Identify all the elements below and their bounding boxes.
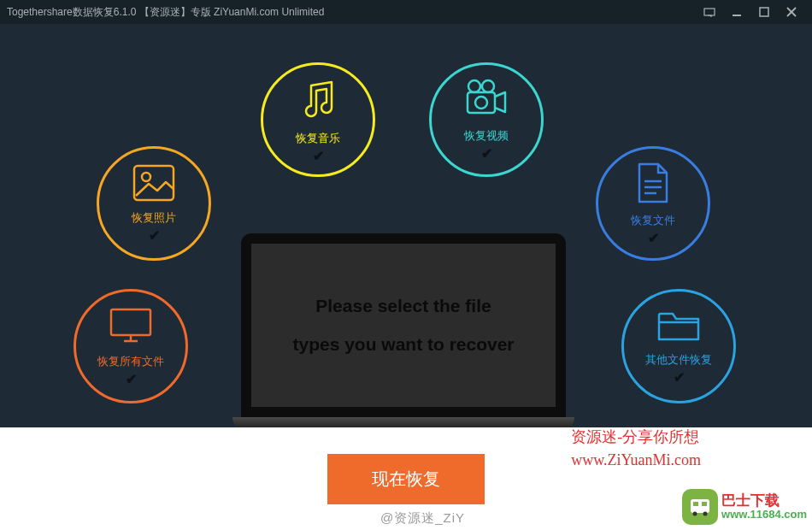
- option-video[interactable]: 恢复视频 ✔: [429, 62, 544, 177]
- bus-icon: [682, 489, 718, 525]
- svg-rect-19: [693, 502, 698, 506]
- option-label: 恢复视频: [464, 128, 509, 144]
- svg-rect-2: [760, 8, 768, 16]
- prompt-line2: types you want to recover: [292, 326, 514, 363]
- badge-text: 巴士下载 www.11684.com: [721, 493, 807, 521]
- video-camera-icon: [462, 78, 510, 124]
- svg-rect-7: [468, 92, 495, 113]
- check-icon: ✔: [674, 369, 685, 386]
- check-icon: ✔: [126, 371, 137, 387]
- option-document[interactable]: 恢复文件 ✔: [596, 146, 710, 261]
- check-icon: ✔: [481, 145, 492, 162]
- folder-icon: [656, 307, 702, 348]
- svg-point-5: [468, 80, 480, 92]
- promo-text: 资源迷-分享你所想 www.ZiYuanMi.com: [571, 426, 701, 472]
- option-label: 恢复音乐: [296, 131, 340, 146]
- option-photo[interactable]: 恢复照片 ✔: [97, 146, 211, 261]
- music-note-icon: [294, 75, 342, 127]
- titlebar: Togethershare数据恢复6.1.0 【资源迷】专版 ZiYuanMi.…: [0, 0, 812, 24]
- option-label: 其他文件恢复: [645, 352, 712, 368]
- option-label: 恢复所有文件: [97, 354, 164, 369]
- promo-line2: www.ZiYuanMi.com: [571, 449, 701, 472]
- document-icon: [634, 161, 672, 209]
- svg-point-22: [703, 512, 708, 516]
- laptop-illustration: Please select the file types you want to…: [232, 233, 574, 456]
- picture-icon: [132, 163, 176, 206]
- bottom-bar: 现在恢复 资源迷-分享你所想 www.ZiYuanMi.com @资源迷_ZiY…: [0, 427, 812, 530]
- check-icon: ✔: [648, 230, 659, 246]
- option-other[interactable]: 其他文件恢复 ✔: [621, 289, 736, 403]
- svg-rect-20: [702, 502, 707, 506]
- check-icon: ✔: [313, 148, 324, 164]
- svg-point-10: [142, 173, 150, 181]
- recover-button[interactable]: 现在恢复: [327, 454, 485, 504]
- promo-line1: 资源迷-分享你所想: [571, 426, 701, 449]
- prompt-line1: Please select the file: [315, 287, 491, 325]
- svg-rect-0: [704, 9, 715, 15]
- badge-name: 巴士下载: [721, 493, 807, 509]
- option-all-files[interactable]: 恢复所有文件 ✔: [74, 289, 188, 403]
- svg-point-8: [475, 97, 487, 109]
- maximize-icon[interactable]: [750, 0, 778, 24]
- site-badge: 巴士下载 www.11684.com: [682, 489, 807, 525]
- minimize-icon[interactable]: [723, 0, 750, 24]
- main-area: 恢复音乐 ✔ 恢复视频 ✔ 恢复照片 ✔ 恢复文件 ✔ 恢复所有文件 ✔ 其他文: [0, 24, 812, 427]
- monitor-icon: [107, 305, 155, 350]
- option-music[interactable]: 恢复音乐 ✔: [261, 62, 375, 177]
- svg-point-6: [482, 80, 494, 92]
- check-icon: ✔: [149, 227, 160, 244]
- watermark: @资源迷_ZiY: [380, 510, 465, 527]
- option-label: 恢复文件: [631, 213, 675, 228]
- close-icon[interactable]: [778, 0, 805, 24]
- window-title: Togethershare数据恢复6.1.0 【资源迷】专版 ZiYuanMi.…: [7, 5, 696, 20]
- svg-rect-14: [111, 309, 150, 335]
- tray-icon[interactable]: [696, 0, 723, 24]
- laptop-screen: Please select the file types you want to…: [241, 233, 566, 417]
- option-label: 恢复照片: [132, 210, 176, 226]
- svg-point-21: [693, 512, 697, 516]
- badge-url: www.11684.com: [721, 509, 807, 521]
